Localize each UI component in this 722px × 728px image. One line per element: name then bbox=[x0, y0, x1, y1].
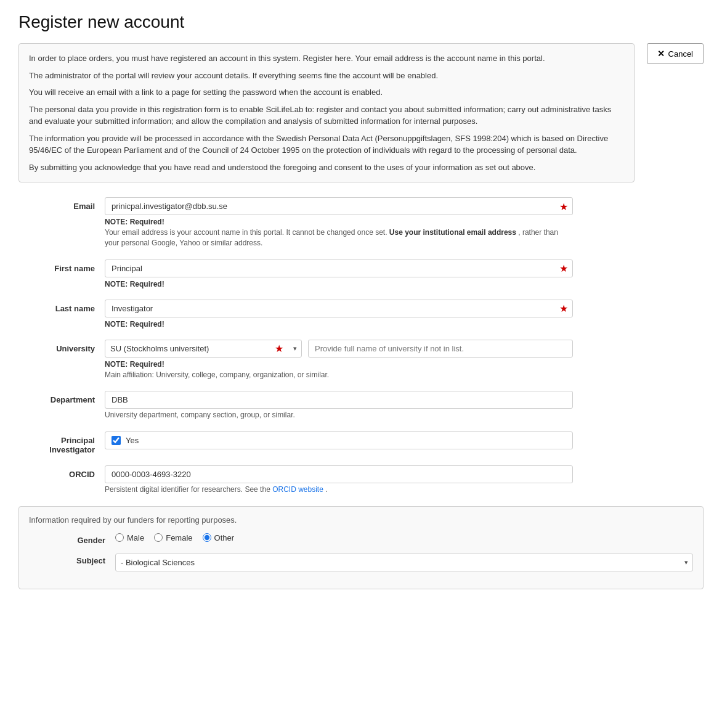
gender-male-radio[interactable] bbox=[115, 533, 124, 542]
info-para-2: The administrator of the portal will rev… bbox=[29, 70, 624, 82]
orcid-control-group: Persistent digital identifier for resear… bbox=[105, 465, 573, 495]
university-select-wrap: SU (Stockholms universitet) KTH (Kunglig… bbox=[105, 340, 302, 358]
orcid-note-text: Persistent digital identifier for resear… bbox=[105, 485, 573, 495]
funder-title: Information required by our funders for … bbox=[29, 515, 693, 525]
gender-other-option[interactable]: Other bbox=[203, 533, 235, 542]
first-name-input[interactable] bbox=[105, 260, 573, 277]
department-input[interactable] bbox=[105, 391, 573, 409]
university-row: University SU (Stockholms universitet) K… bbox=[18, 340, 704, 380]
first-name-note-required: NOTE: Required! bbox=[105, 280, 573, 288]
department-label: Department bbox=[18, 391, 105, 404]
first-name-input-wrap: ★ bbox=[105, 260, 573, 277]
email-input[interactable] bbox=[105, 197, 573, 215]
subject-select[interactable]: - Biological Sciences - Chemistry - Phys… bbox=[115, 554, 693, 571]
pi-label: Principal Investigator bbox=[18, 431, 105, 454]
registration-form: Email ★ NOTE: Required! Your email addre… bbox=[18, 197, 704, 589]
subject-select-wrap: - Biological Sciences - Chemistry - Phys… bbox=[115, 554, 693, 571]
last-name-note-required: NOTE: Required! bbox=[105, 320, 573, 329]
pi-label-line2: Investigator bbox=[49, 445, 95, 454]
orcid-label: ORCID bbox=[18, 465, 105, 479]
email-control-group: ★ NOTE: Required! Your email address is … bbox=[105, 197, 573, 248]
orcid-link[interactable]: ORCID website bbox=[272, 485, 323, 494]
university-text-input[interactable] bbox=[308, 340, 573, 358]
gender-female-radio[interactable] bbox=[154, 533, 163, 542]
last-name-row: Last name ★ NOTE: Required! bbox=[18, 300, 704, 329]
gender-row: Gender Male Female Other bbox=[29, 533, 693, 545]
gender-female-option[interactable]: Female bbox=[154, 533, 192, 542]
gender-options: Male Female Other bbox=[115, 533, 234, 542]
last-name-input-wrap: ★ bbox=[105, 300, 573, 317]
email-label: Email bbox=[18, 197, 105, 211]
gender-other-label: Other bbox=[214, 533, 235, 542]
email-required-star: ★ bbox=[559, 200, 568, 212]
info-para-3: You will receive an email with a link to… bbox=[29, 86, 624, 99]
department-control-group: University department, company section, … bbox=[105, 391, 573, 420]
gender-other-radio[interactable] bbox=[203, 533, 211, 542]
last-name-label: Last name bbox=[18, 300, 105, 313]
info-para-5: The information you provide will be proc… bbox=[29, 133, 624, 157]
subject-label: Subject bbox=[29, 554, 115, 565]
cancel-x-icon: ✕ bbox=[657, 49, 665, 59]
last-name-required-star: ★ bbox=[559, 303, 568, 314]
cancel-button[interactable]: ✕ Cancel bbox=[647, 43, 704, 64]
university-note-text: Main affiliation: University, college, c… bbox=[105, 370, 573, 380]
pi-row: Principal Investigator Yes bbox=[18, 431, 704, 454]
top-section: In order to place orders, you must have … bbox=[18, 43, 704, 182]
cancel-label: Cancel bbox=[668, 49, 693, 59]
orcid-note-suffix: . bbox=[325, 485, 327, 494]
pi-label-line1: Principal bbox=[61, 436, 95, 445]
info-para-6: By submitting you acknowledge that you h… bbox=[29, 162, 624, 174]
info-para-4: The personal data you provide in this re… bbox=[29, 104, 624, 128]
email-note-bold: Use your institutional email address bbox=[389, 228, 516, 237]
first-name-label: First name bbox=[18, 260, 105, 273]
funder-section: Information required by our funders for … bbox=[18, 506, 704, 589]
pi-checkbox-row: Yes bbox=[105, 431, 573, 449]
department-row: Department University department, compan… bbox=[18, 391, 704, 420]
university-note-required: NOTE: Required! bbox=[105, 360, 573, 369]
email-note-required: NOTE: Required! bbox=[105, 218, 573, 226]
pi-control-group: Yes bbox=[105, 431, 573, 449]
orcid-note-plain: Persistent digital identifier for resear… bbox=[105, 485, 270, 494]
gender-male-option[interactable]: Male bbox=[115, 533, 144, 542]
university-control-group: SU (Stockholms universitet) KTH (Kunglig… bbox=[105, 340, 573, 380]
orcid-input[interactable] bbox=[105, 465, 573, 483]
first-name-required-star: ★ bbox=[559, 263, 568, 274]
orcid-row: ORCID Persistent digital identifier for … bbox=[18, 465, 704, 495]
email-input-wrap: ★ bbox=[105, 197, 573, 215]
department-note-text: University department, company section, … bbox=[105, 410, 573, 420]
info-para-1: In order to place orders, you must have … bbox=[29, 52, 624, 65]
pi-checkbox[interactable] bbox=[112, 436, 121, 445]
email-note-text: Your email address is your account name … bbox=[105, 227, 573, 248]
pi-checkbox-label: Yes bbox=[126, 436, 139, 445]
gender-male-label: Male bbox=[127, 533, 144, 542]
university-inputs: SU (Stockholms universitet) KTH (Kunglig… bbox=[105, 340, 573, 358]
email-note-plain: Your email address is your account name … bbox=[105, 228, 387, 237]
last-name-input[interactable] bbox=[105, 300, 573, 317]
email-row: Email ★ NOTE: Required! Your email addre… bbox=[18, 197, 704, 248]
last-name-control-group: ★ NOTE: Required! bbox=[105, 300, 573, 329]
page-title: Register new account bbox=[18, 12, 704, 32]
subject-row: Subject - Biological Sciences - Chemistr… bbox=[29, 554, 693, 571]
university-label: University bbox=[18, 340, 105, 353]
gender-female-label: Female bbox=[166, 533, 192, 542]
first-name-row: First name ★ NOTE: Required! bbox=[18, 260, 704, 288]
first-name-control-group: ★ NOTE: Required! bbox=[105, 260, 573, 288]
university-select[interactable]: SU (Stockholms universitet) KTH (Kunglig… bbox=[105, 340, 302, 358]
info-box: In order to place orders, you must have … bbox=[18, 43, 635, 182]
gender-label: Gender bbox=[29, 533, 115, 545]
